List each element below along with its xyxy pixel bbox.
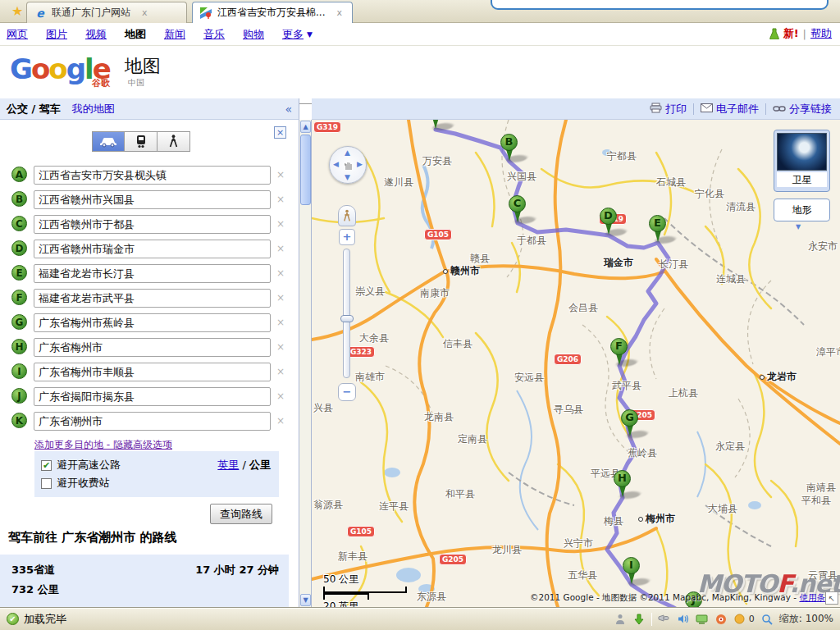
route-road: 335省道 [11, 563, 55, 578]
nav-link-新闻[interactable]: 新闻 [164, 27, 185, 42]
nav-link-购物[interactable]: 购物 [243, 27, 264, 42]
waypoint-input-H[interactable] [34, 338, 271, 357]
waypoint-remove-icon[interactable]: × [276, 243, 285, 254]
help-link[interactable]: 帮助 [810, 26, 832, 41]
more-dropdown-icon[interactable]: ▼ [307, 30, 313, 39]
scroll-up-icon[interactable]: ▲ [300, 121, 311, 133]
status-counter-icon[interactable] [733, 613, 746, 626]
satellite-view-button[interactable]: 卫星 [774, 130, 830, 192]
waypoint-input-C[interactable] [34, 215, 271, 234]
waypoint-remove-icon[interactable]: × [276, 390, 285, 402]
transit-driving-tab[interactable]: 公交 / 驾车 [7, 102, 61, 116]
status-counter-value: 0 [749, 614, 755, 624]
collapse-sidebar-icon[interactable]: « [285, 103, 292, 116]
map-toolbar-link[interactable]: 分享链接 [773, 102, 832, 116]
waypoint-input-B[interactable] [34, 190, 271, 209]
scroll-down-icon[interactable]: ▼ [300, 594, 311, 606]
favorites-star-icon[interactable]: ★ [11, 3, 23, 19]
route-summary-box[interactable]: 335省道 17 小时 27 分钟 732 公里 [0, 555, 289, 607]
waypoint-input-K[interactable] [34, 412, 271, 431]
my-maps-link[interactable]: 我的地图 [72, 102, 115, 116]
status-right-icons: 0 缩放: 100% [614, 612, 833, 626]
route-marker-D[interactable]: D [600, 208, 618, 235]
driving-route-line[interactable] [436, 130, 694, 607]
mode-walking-button[interactable] [158, 131, 190, 152]
terrain-view-button[interactable]: 地形 [774, 199, 830, 221]
status-eye-icon[interactable] [714, 613, 728, 626]
route-marker-I[interactable]: I [623, 557, 641, 585]
pan-up-icon[interactable]: ▲ [345, 148, 350, 157]
avoid-tolls-checkbox[interactable] [41, 478, 52, 489]
pan-left-icon[interactable]: ◀ [333, 160, 339, 168]
add-destination-link[interactable]: 添加更多目的地 - 隐藏高级选项 [34, 438, 172, 452]
zoom-slider-track[interactable] [343, 249, 350, 378]
nav-link-地图[interactable]: 地图 [125, 27, 146, 42]
status-zoom-label[interactable]: 缩放: 100% [779, 612, 833, 626]
waypoint-remove-icon[interactable]: × [276, 218, 285, 230]
browser-chrome-box [491, 0, 829, 10]
pegman-icon[interactable] [338, 205, 356, 226]
waypoint-remove-icon[interactable]: × [276, 415, 285, 427]
map-label: 清流县 [726, 200, 756, 214]
pan-down-icon[interactable]: ▼ [345, 173, 350, 181]
get-directions-button[interactable]: 查询路线 [210, 504, 272, 524]
resize-handle-icon[interactable]: ↖ [825, 591, 838, 605]
waypoint-remove-icon[interactable]: × [276, 194, 285, 205]
map-toolbar-printer[interactable]: 打印 [650, 102, 687, 116]
map-toolbar-envelope[interactable]: 电子邮件 [701, 102, 759, 116]
browser-tab[interactable]: 江西省吉安市万安县棉...x [192, 2, 353, 23]
browser-tab[interactable]: e联通广东门户网站x [26, 2, 187, 23]
waypoint-input-J[interactable] [34, 387, 271, 406]
pan-hand-icon[interactable] [342, 158, 355, 171]
status-sound-icon[interactable] [677, 613, 690, 626]
mode-driving-button[interactable] [92, 131, 125, 152]
status-screen-icon[interactable] [696, 613, 709, 626]
route-marker-G[interactable]: G [621, 409, 639, 437]
waypoint-row: H× [0, 338, 299, 358]
avoid-highways-checkbox[interactable]: ✔ [41, 460, 52, 471]
route-marker-E[interactable]: E [649, 215, 667, 243]
route-marker-A[interactable]: A [427, 120, 445, 130]
nav-link-音乐[interactable]: 音乐 [203, 27, 225, 42]
waypoint-input-G[interactable] [34, 313, 271, 332]
waypoint-remove-icon[interactable]: × [276, 292, 285, 304]
marker-tail [432, 120, 439, 129]
terrain-caret-icon[interactable]: ▼ [796, 223, 801, 231]
map-canvas[interactable]: 万安县遂川县兴国县于都县赣县赣州市崇义县南康市会昌县大余县信丰县南雄市安远县寻乌… [312, 120, 840, 607]
zoom-slider-thumb[interactable] [340, 315, 354, 322]
waypoint-input-I[interactable] [34, 363, 271, 381]
tab-close-icon[interactable]: x [142, 7, 148, 18]
close-panel-icon[interactable]: × [274, 126, 286, 139]
map-pan-control[interactable]: ▲ ▼ ◀ ▶ [329, 146, 367, 184]
waypoint-remove-icon[interactable]: × [276, 169, 285, 180]
nav-link-网页[interactable]: 网页 [7, 27, 28, 42]
map-label: 瑞金市 [604, 256, 633, 270]
waypoint-input-D[interactable] [34, 240, 271, 258]
route-marker-C[interactable]: C [509, 195, 527, 223]
zoom-in-button[interactable]: + [339, 229, 355, 245]
waypoint-remove-icon[interactable]: × [276, 341, 285, 353]
nav-link-更多[interactable]: 更多 [282, 27, 304, 42]
waypoint-input-F[interactable] [34, 289, 271, 308]
mode-transit-button[interactable] [125, 131, 158, 152]
scrollbar-thumb[interactable] [300, 135, 311, 205]
nav-link-视频[interactable]: 视频 [85, 27, 107, 42]
waypoint-remove-icon[interactable]: × [276, 317, 285, 328]
pan-right-icon[interactable]: ▶ [357, 160, 363, 168]
waypoint-input-A[interactable] [34, 166, 271, 185]
status-flashlight-icon[interactable] [658, 613, 671, 626]
miles-link[interactable]: 英里 [217, 459, 239, 471]
route-marker-B[interactable]: B [500, 134, 518, 162]
status-person-icon[interactable] [614, 613, 627, 626]
waypoint-remove-icon[interactable]: × [276, 366, 285, 377]
sidebar-scrollbar[interactable]: ▲ ▼ [299, 120, 312, 607]
status-zoom-icon[interactable] [760, 613, 774, 626]
route-marker-H[interactable]: H [614, 470, 632, 498]
nav-link-图片[interactable]: 图片 [46, 27, 67, 42]
zoom-out-button[interactable]: − [338, 383, 356, 401]
waypoint-input-E[interactable] [34, 264, 271, 283]
waypoint-remove-icon[interactable]: × [276, 267, 285, 279]
status-download-icon[interactable] [632, 613, 646, 626]
tab-close-icon[interactable]: x [336, 7, 342, 18]
route-marker-F[interactable]: F [610, 338, 628, 366]
